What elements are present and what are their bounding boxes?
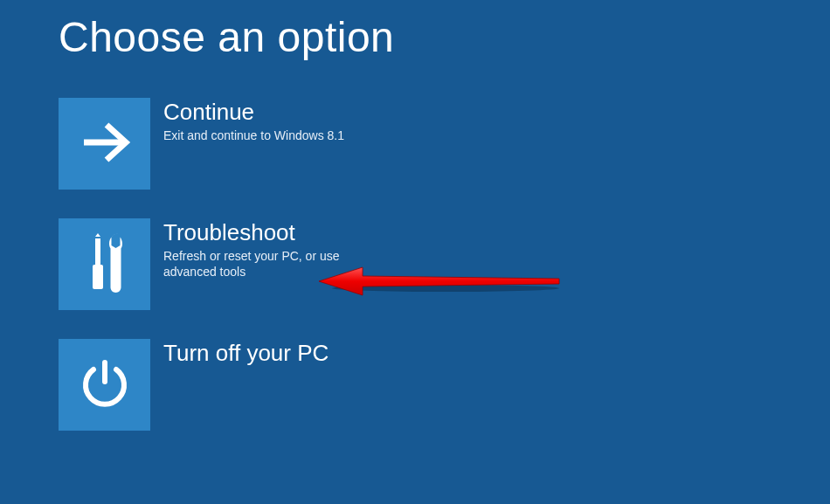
options-list: Continue Exit and continue to Windows 8.… <box>0 61 830 431</box>
arrow-right-icon <box>77 114 133 174</box>
tools-icon <box>80 233 130 296</box>
svg-rect-1 <box>95 238 100 265</box>
option-continue-iconbox <box>59 98 150 190</box>
option-troubleshoot-title: Troubleshoot <box>163 218 356 245</box>
svg-rect-3 <box>93 265 103 289</box>
option-continue-title: Continue <box>163 98 344 125</box>
option-turn-off-iconbox <box>59 339 150 431</box>
option-turn-off-title: Turn off your PC <box>163 339 329 366</box>
option-turn-off[interactable]: Turn off your PC <box>59 339 495 431</box>
option-continue[interactable]: Continue Exit and continue to Windows 8.… <box>59 98 495 190</box>
option-troubleshoot[interactable]: Troubleshoot Refresh or reset your PC, o… <box>59 218 495 310</box>
option-turn-off-text: Turn off your PC <box>150 339 329 369</box>
power-icon <box>79 357 131 413</box>
option-turn-off-description <box>163 366 329 369</box>
option-troubleshoot-iconbox <box>59 218 150 310</box>
option-troubleshoot-description: Refresh or reset your PC, or use advance… <box>163 245 356 280</box>
option-continue-description: Exit and continue to Windows 8.1 <box>163 125 344 143</box>
option-troubleshoot-text: Troubleshoot Refresh or reset your PC, o… <box>150 218 356 280</box>
option-continue-text: Continue Exit and continue to Windows 8.… <box>150 98 344 143</box>
svg-marker-2 <box>95 233 100 237</box>
page-title: Choose an option <box>0 0 830 61</box>
